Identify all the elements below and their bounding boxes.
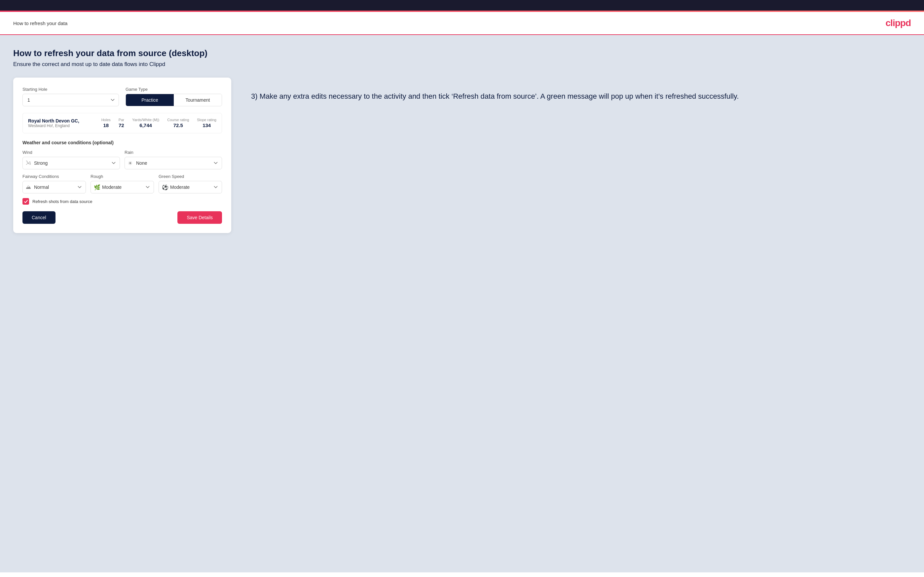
rough-icon: 🌿 [94,184,100,190]
practice-button[interactable]: Practice [126,94,174,106]
page-subtitle: Ensure the correct and most up to date d… [13,61,911,68]
rain-label: Rain [124,150,222,155]
course-rating-label: Course rating [167,118,189,122]
form-card: Starting Hole 1 Game Type Practice Tourn… [13,77,231,233]
course-info-box: Royal North Devon GC, Westward Ho!, Engl… [23,113,222,133]
instruction-block: 3) Make any extra edits necessary to the… [251,77,911,102]
par-label: Par [119,118,124,122]
header-title: How to refresh your data [13,21,68,26]
fairway-rough-green-row: Fairway Conditions ⛰ Normal Rough 🌿 Mode… [23,174,222,193]
game-type-buttons: Practice Tournament [126,94,222,106]
cancel-button[interactable]: Cancel [23,211,55,224]
top-bar [0,0,924,11]
header: How to refresh your data clippd [0,12,924,35]
par-stat: Par 72 [119,118,124,128]
fairway-select[interactable]: Normal [23,181,86,193]
slope-rating-stat: Slope rating 134 [197,118,216,128]
green-speed-label: Green Speed [158,174,222,179]
save-button[interactable]: Save Details [178,211,222,224]
page-title: How to refresh your data from source (de… [13,48,911,58]
starting-hole-select[interactable]: 1 [23,94,119,106]
green-speed-icon: ⚽ [162,184,168,190]
wind-select[interactable]: Strong [23,157,120,169]
course-location: Westward Ho!, England [28,124,95,128]
fairway-icon: ⛰ [26,184,31,190]
course-rating-value: 72.5 [173,122,183,128]
refresh-checkbox-label: Refresh shots from data source [32,199,92,204]
yards-stat: Yards/White (M)) 6,744 [132,118,159,128]
wind-icon: 🌬 [26,160,31,166]
fairway-group: Fairway Conditions ⛰ Normal [23,174,86,193]
wind-rain-row: Wind 🌬 Strong Rain ☀ None [23,150,222,169]
yards-value: 6,744 [139,122,152,128]
footer: Copyright Clippd 2022 [0,572,924,577]
wind-select-wrapper: 🌬 Strong [23,157,120,169]
form-row-top: Starting Hole 1 Game Type Practice Tourn… [23,87,222,106]
rough-select-wrapper: 🌿 Moderate [90,181,154,193]
conditions-title: Weather and course conditions (optional) [23,140,222,145]
game-type-label: Game Type [126,87,222,92]
rain-select[interactable]: None [124,157,222,169]
green-speed-group: Green Speed ⚽ Moderate [158,174,222,193]
fairway-label: Fairway Conditions [23,174,86,179]
main-content: How to refresh your data from source (de… [0,35,924,572]
form-actions: Cancel Save Details [23,211,222,224]
course-name-block: Royal North Devon GC, Westward Ho!, Engl… [28,118,95,128]
instruction-text: 3) Make any extra edits necessary to the… [251,91,911,102]
rough-group: Rough 🌿 Moderate [90,174,154,193]
rain-group: Rain ☀ None [124,150,222,169]
content-layout: Starting Hole 1 Game Type Practice Tourn… [13,77,911,233]
logo: clippd [886,18,911,28]
tournament-button[interactable]: Tournament [174,94,222,106]
refresh-checkbox-row: Refresh shots from data source [23,198,222,205]
holes-value: 18 [103,122,109,128]
starting-hole-label: Starting Hole [23,87,119,92]
checkmark-icon [24,199,28,204]
wind-label: Wind [23,150,120,155]
slope-rating-value: 134 [202,122,211,128]
course-name: Royal North Devon GC, [28,118,95,124]
yards-label: Yards/White (M)) [132,118,159,122]
rain-icon: ☀ [128,160,132,166]
holes-stat: Holes 18 [102,118,111,128]
fairway-select-wrapper: ⛰ Normal [23,181,86,193]
starting-hole-group: Starting Hole 1 [23,87,119,106]
wind-group: Wind 🌬 Strong [23,150,120,169]
course-stats: Holes 18 Par 72 Yards/White (M)) 6,744 C… [102,118,216,128]
slope-rating-label: Slope rating [197,118,216,122]
holes-label: Holes [102,118,111,122]
green-speed-select-wrapper: ⚽ Moderate [158,181,222,193]
refresh-checkbox[interactable] [23,198,29,205]
game-type-group: Game Type Practice Tournament [126,87,222,106]
course-rating-stat: Course rating 72.5 [167,118,189,128]
par-value: 72 [119,122,124,128]
rough-label: Rough [90,174,154,179]
rain-select-wrapper: ☀ None [124,157,222,169]
